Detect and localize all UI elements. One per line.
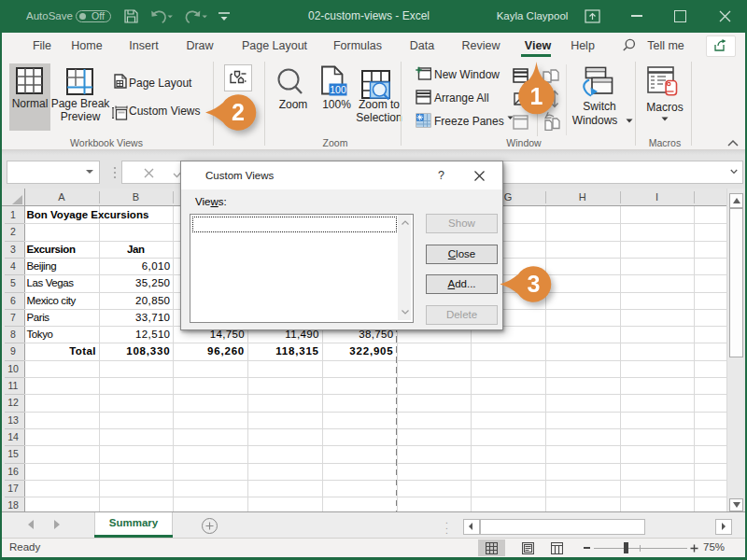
svg-text:100: 100: [330, 84, 346, 95]
svg-text:3: 3: [527, 271, 540, 297]
svg-text:1: 1: [530, 83, 543, 109]
svg-text:2: 2: [232, 99, 245, 125]
